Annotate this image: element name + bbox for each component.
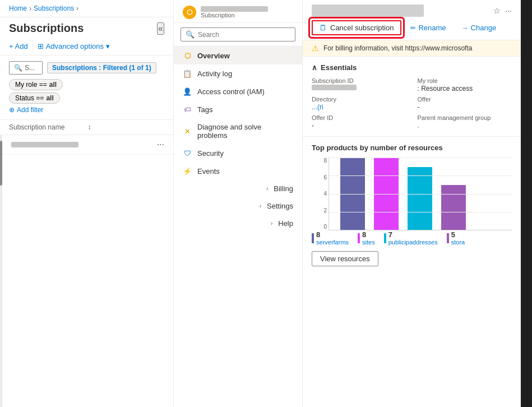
- essentials-parent-mgmt: Parent management group .: [418, 114, 512, 130]
- legend-label-publicip[interactable]: publicipaddresses: [388, 239, 438, 246]
- breadcrumb: Home › Subscriptions ›: [0, 0, 173, 17]
- legend-count-publicip: 7: [388, 230, 438, 239]
- favorite-icon[interactable]: ☆: [493, 6, 501, 15]
- right-overlay: [521, 0, 532, 407]
- status-filter-tag[interactable]: Status == all: [9, 92, 60, 104]
- chart-container: 86420: [329, 158, 512, 230]
- activity-icon: 📋: [183, 69, 192, 78]
- subscription-name-header[interactable]: Subscription name: [9, 123, 86, 131]
- legend-color-serverfarms: [312, 233, 314, 243]
- sidebar-item-diagnose[interactable]: ✕ Diagnose and solve problems: [174, 118, 302, 144]
- rename-button[interactable]: ✏ Rename: [404, 21, 452, 34]
- change-icon: →: [462, 24, 469, 32]
- legend-item-serverfarms: 8 serverfarms: [312, 230, 349, 246]
- essentials-offer-id: Offer ID -: [312, 114, 406, 130]
- breadcrumb-sep2: ›: [76, 4, 78, 12]
- chevron-down-icon: ∧: [312, 63, 317, 72]
- nav-search-input[interactable]: [198, 31, 290, 39]
- sidebar-item-security[interactable]: 🛡 Security: [174, 144, 302, 162]
- legend-label-serverfarms[interactable]: serverfarms: [316, 239, 349, 246]
- cancel-icon: 🗒: [320, 24, 327, 32]
- sidebar-item-events[interactable]: ⚡ Events: [174, 162, 302, 180]
- filter-icon: ⊞: [38, 42, 44, 50]
- legend-color-publicip: [384, 233, 386, 243]
- more-icon[interactable]: ···: [157, 140, 164, 150]
- chart-legend: 8 serverfarms 8 sites: [312, 230, 512, 246]
- settings-expand-icon: ›: [260, 203, 261, 209]
- warning-bar: ⚠ For billing information, visit https:/…: [303, 40, 521, 57]
- subscription-icon: ⬡: [183, 6, 196, 19]
- nav-search-box[interactable]: 🔍: [181, 27, 295, 41]
- legend-color-sites: [358, 233, 360, 243]
- sort-icon[interactable]: ↕: [88, 123, 165, 131]
- table-row[interactable]: ···: [0, 135, 173, 155]
- subscription-id-value: [312, 85, 357, 90]
- legend-color-stora: [447, 233, 449, 243]
- subscription-title-blur: [201, 6, 268, 12]
- chevron-down-icon: ▾: [106, 42, 110, 50]
- warning-icon: ⚠: [312, 44, 319, 53]
- sidebar-item-iam[interactable]: 👤 Access control (IAM): [174, 82, 302, 100]
- chart-title: Top products by number of resources: [312, 144, 512, 152]
- sidebar-item-settings[interactable]: › Settings: [174, 197, 302, 215]
- legend-count-sites: 8: [362, 230, 375, 239]
- tags-icon: 🏷: [183, 105, 192, 114]
- essentials-header[interactable]: ∧ Essentials: [312, 63, 512, 72]
- add-button[interactable]: + Add: [9, 42, 28, 50]
- legend-item-publicip: 7 publicipaddresses: [384, 230, 438, 246]
- subscription-list: ···: [0, 135, 173, 407]
- essentials-subscription-id: Subscription ID: [312, 77, 406, 92]
- subscriptions-filter-chip[interactable]: Subscriptions : Filtered (1 of 1): [47, 62, 156, 73]
- nav-panel: ⬡ Subscription 🔍 ⬡ Overview 📋 Activity l…: [174, 0, 303, 407]
- diagnose-icon: ✕: [183, 127, 192, 136]
- legend-item-sites: 8 sites: [358, 230, 375, 246]
- collapse-button[interactable]: «: [157, 22, 164, 35]
- nav-search-icon: 🔍: [186, 30, 195, 39]
- sidebar-item-activity-log[interactable]: 📋 Activity log: [174, 64, 302, 82]
- legend-count-serverfarms: 8: [316, 230, 349, 239]
- plus-filter-icon: ⊕: [9, 106, 15, 114]
- view-resources-button[interactable]: View resources: [312, 251, 378, 266]
- main-title-blur: [312, 4, 424, 17]
- chart-y-labels: 86420: [312, 158, 327, 230]
- change-button[interactable]: → Change: [455, 21, 503, 34]
- sidebar-item-overview[interactable]: ⬡ Overview: [174, 47, 302, 64]
- help-expand-icon: ›: [271, 220, 272, 226]
- page-title: Subscriptions: [9, 22, 84, 35]
- cancel-subscription-button[interactable]: 🗒 Cancel subscription: [312, 20, 401, 35]
- chart-grid: [329, 158, 512, 230]
- breadcrumb-subscriptions[interactable]: Subscriptions: [34, 4, 74, 12]
- sidebar-item-help[interactable]: › Help: [174, 215, 302, 232]
- sidebar-item-tags[interactable]: 🏷 Tags: [174, 100, 302, 118]
- essentials-offer: Offer -: [418, 96, 512, 111]
- breadcrumb-home[interactable]: Home: [9, 4, 27, 12]
- events-icon: ⚡: [183, 166, 192, 175]
- iam-icon: 👤: [183, 87, 192, 96]
- security-icon: 🛡: [183, 149, 192, 158]
- breadcrumb-sep1: ›: [29, 4, 31, 12]
- add-filter-button[interactable]: ⊕ Add filter: [9, 106, 43, 114]
- legend-count-stora: 5: [451, 230, 465, 239]
- sidebar-item-billing[interactable]: › Billing: [174, 180, 302, 197]
- nav-subtitle: Subscription: [201, 12, 268, 18]
- more-options-icon[interactable]: ···: [505, 6, 512, 15]
- rename-icon: ✏: [410, 24, 416, 32]
- overview-icon: ⬡: [183, 51, 192, 60]
- essentials-directory: Directory ...(ri: [312, 96, 406, 111]
- legend-label-sites[interactable]: sites: [362, 239, 375, 246]
- search-input[interactable]: 🔍 S...: [9, 61, 43, 75]
- search-icon: 🔍: [14, 64, 22, 72]
- legend-label-stora[interactable]: stora: [451, 239, 465, 246]
- advanced-options-button[interactable]: ⊞ Advanced options ▾: [38, 42, 110, 50]
- essentials-my-role: My role : Resource access: [418, 77, 512, 92]
- legend-item-stora: 5 stora: [447, 230, 465, 246]
- subscription-name-blur: [11, 142, 78, 147]
- main-panel: ☆ ··· 🗒 Cancel subscription ✏ Rename →: [303, 0, 521, 407]
- role-filter-tag[interactable]: My role == all: [9, 79, 63, 90]
- billing-expand-icon: ›: [266, 186, 268, 192]
